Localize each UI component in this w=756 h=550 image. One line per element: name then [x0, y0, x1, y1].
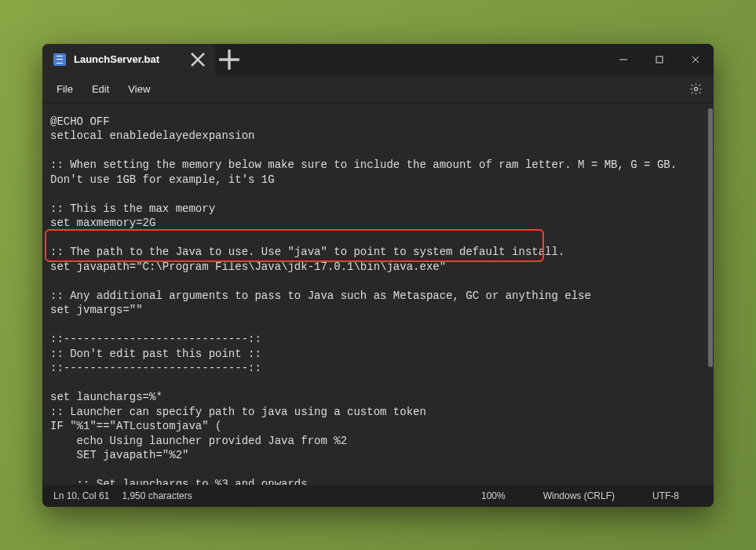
settings-button[interactable] — [682, 77, 709, 100]
menu-edit[interactable]: Edit — [82, 78, 119, 100]
minimize-button[interactable] — [605, 44, 641, 75]
line-ending[interactable]: Windows (CRLF) — [543, 490, 615, 501]
notepad-window: LaunchServer.bat File Edit Vie — [42, 44, 714, 507]
close-window-button[interactable] — [677, 44, 714, 75]
statusbar: Ln 10, Col 61 1,950 characters 100% Wind… — [42, 485, 714, 507]
window-controls — [605, 44, 714, 75]
svg-rect-0 — [656, 56, 663, 63]
titlebar: LaunchServer.bat — [42, 44, 714, 75]
char-count: 1,950 characters — [122, 490, 192, 501]
active-tab[interactable]: LaunchServer.bat — [42, 44, 215, 75]
tab-strip: LaunchServer.bat — [42, 44, 243, 75]
svg-point-1 — [694, 87, 697, 90]
text-editor[interactable]: @ECHO OFF setlocal enabledelayedexpansio… — [42, 104, 709, 485]
menubar: File Edit View — [42, 75, 714, 104]
menu-file[interactable]: File — [47, 78, 82, 100]
encoding[interactable]: UTF-8 — [652, 490, 679, 501]
tab-title: LaunchServer.bat — [74, 53, 181, 65]
editor-area: @ECHO OFF setlocal enabledelayedexpansio… — [42, 104, 714, 485]
vertical-scrollbar[interactable] — [708, 108, 713, 367]
file-icon — [53, 53, 66, 66]
menu-view[interactable]: View — [119, 78, 159, 100]
titlebar-drag-region[interactable] — [243, 44, 605, 75]
close-tab-button[interactable] — [188, 50, 207, 69]
cursor-position[interactable]: Ln 10, Col 61 — [53, 490, 109, 501]
maximize-button[interactable] — [641, 44, 677, 75]
new-tab-button[interactable] — [215, 44, 243, 75]
zoom-level[interactable]: 100% — [481, 490, 506, 501]
